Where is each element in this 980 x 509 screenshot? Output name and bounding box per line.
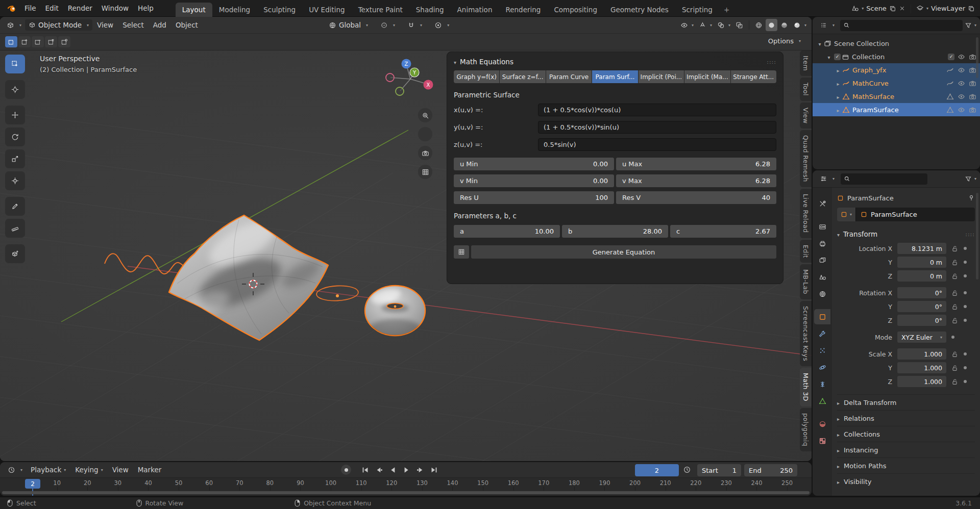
lock-icon[interactable] (951, 364, 959, 372)
use-preview-range-icon[interactable] (683, 466, 691, 474)
select-mode-set-button[interactable] (5, 36, 17, 47)
filter-icon[interactable] (965, 22, 976, 29)
start-frame-field[interactable]: Start1 (697, 464, 741, 476)
workspace-tab-animation[interactable]: Animation (451, 3, 499, 17)
animate-dot[interactable] (964, 291, 967, 294)
hide-eye-icon[interactable] (955, 93, 967, 100)
shading-solid-button[interactable] (766, 19, 777, 31)
sidebar-tab-mb-lab[interactable]: MB-Lab (800, 264, 812, 299)
section-relations[interactable]: Relations (837, 410, 975, 426)
object-visibility-dropdown[interactable] (678, 19, 696, 31)
play-reverse-button[interactable] (386, 464, 399, 475)
section-delta-transform[interactable]: Delta Transform (837, 394, 975, 410)
panel-header[interactable]: Math Equations :::: (454, 55, 776, 68)
section-visibility[interactable]: Visibility (837, 473, 975, 489)
topbar-menu-file[interactable]: File (20, 4, 41, 12)
topbar-menu-help[interactable]: Help (133, 4, 158, 12)
properties-editor-type-button[interactable] (816, 173, 838, 184)
section-motion-paths[interactable]: Motion Paths (837, 457, 975, 473)
topbar-menu-edit[interactable]: Edit (41, 4, 63, 12)
outliner-search[interactable] (840, 20, 963, 31)
viewport-menu-add[interactable]: Add (149, 21, 171, 29)
select-mode-extend-button[interactable] (18, 36, 31, 47)
disclosure-icon[interactable] (834, 106, 842, 114)
properties-tab-particles-icon[interactable] (814, 343, 830, 358)
outliner-search-input[interactable] (852, 21, 960, 29)
select-mode-invert-button[interactable] (45, 36, 57, 47)
annotate-tool[interactable] (5, 197, 25, 216)
torus-object[interactable] (365, 286, 425, 341)
number-field-param-a[interactable]: a10.00 (454, 225, 560, 238)
workspace-tab-shading[interactable]: Shading (409, 3, 451, 17)
browse-scene-icon[interactable] (851, 5, 864, 12)
outliner-row[interactable]: MathCurve (813, 77, 980, 90)
disclosure-icon[interactable] (816, 40, 824, 47)
number-field[interactable]: 0 m (897, 270, 946, 282)
prev-keyframe-button[interactable] (373, 464, 385, 475)
properties-tab-world-icon[interactable] (814, 286, 830, 301)
rotate-tool[interactable] (5, 128, 25, 146)
snap-dropdown[interactable] (404, 20, 426, 31)
number-field[interactable]: 1.000 (897, 348, 946, 360)
select-mode-intersect-button[interactable] (58, 36, 70, 47)
disclosure-icon[interactable] (834, 80, 842, 87)
new-scene-icon[interactable] (889, 5, 896, 12)
properties-scrollbar[interactable] (976, 193, 978, 279)
math-tab-3[interactable]: Param Surf... (592, 70, 638, 83)
number-field[interactable]: 1.000 (897, 362, 946, 373)
show-gizmo-toggle[interactable] (697, 19, 714, 31)
add-workspace-button[interactable]: + (719, 3, 734, 17)
animate-dot[interactable] (964, 261, 967, 264)
hide-eye-icon[interactable] (955, 80, 967, 87)
pin-icon[interactable] (968, 194, 975, 201)
viewport-menu-view[interactable]: View (92, 21, 118, 29)
section-collections[interactable]: Collections (837, 426, 975, 442)
play-button[interactable] (400, 464, 412, 475)
outliner-item-name[interactable]: MathSurface (852, 93, 894, 100)
sidebar-tab-polygoniq[interactable]: polygoniq (800, 408, 812, 451)
navigation-gizmo[interactable]: Z Y X (386, 59, 433, 96)
animate-dot[interactable] (951, 336, 954, 339)
lock-icon[interactable] (951, 378, 959, 386)
sidebar-tab-view[interactable]: View (800, 103, 812, 129)
number-field[interactable]: 0° (897, 287, 946, 298)
transform-tool[interactable] (5, 171, 25, 190)
outliner-row[interactable]: Scene Collection (813, 37, 980, 50)
show-overlays-toggle[interactable] (715, 19, 732, 31)
number-field[interactable]: 0 m (897, 257, 946, 268)
disclosure-icon[interactable] (834, 93, 842, 100)
properties-tab-physics-icon[interactable] (814, 360, 830, 375)
scale-tool[interactable] (5, 149, 25, 168)
cursor-tool[interactable] (5, 80, 25, 99)
math-tab-1[interactable]: Surface z=f... (500, 70, 545, 83)
measure-tool[interactable] (5, 219, 25, 238)
number-field-res-u[interactable]: Res U100 (454, 191, 614, 204)
animate-dot[interactable] (964, 319, 967, 322)
shading-material-button[interactable] (778, 19, 790, 31)
number-field[interactable]: 1.000 (897, 376, 946, 387)
blender-logo-icon[interactable] (7, 4, 17, 13)
timeline-ruler[interactable]: 1020304050607080901001101201301401501601… (0, 478, 812, 496)
editor-type-button[interactable] (3, 20, 25, 31)
properties-tab-constraints-icon[interactable] (814, 376, 830, 392)
collection-checkbox[interactable] (834, 54, 841, 60)
equation-input[interactable]: (1 + 0.5*cos(v))*sin(u) (538, 121, 776, 134)
viewport-menu-object[interactable]: Object (171, 21, 203, 29)
sidebar-tab-live-reload[interactable]: Live Reload (800, 189, 812, 238)
properties-tab-texture-icon[interactable] (814, 433, 830, 448)
outliner-item-name[interactable]: MathCurve (852, 80, 889, 87)
hide-eye-icon[interactable] (955, 106, 967, 114)
equation-input[interactable]: 0.5*sin(v) (538, 138, 776, 151)
properties-tab-render-icon[interactable] (814, 219, 830, 234)
equation-input[interactable]: (1 + 0.5*cos(v))*cos(u) (538, 104, 776, 116)
zoom-viewport-button[interactable] (418, 108, 432, 122)
disable-render-camera-icon[interactable] (967, 93, 978, 100)
outliner-row[interactable]: MathSurface (813, 90, 980, 103)
workspace-tab-layout[interactable]: Layout (176, 3, 212, 17)
new-viewlayer-icon[interactable] (968, 5, 975, 12)
properties-tab-material-icon[interactable] (814, 416, 830, 431)
section-instancing[interactable]: Instancing (837, 442, 975, 457)
timeline-scrollbar[interactable] (2, 491, 810, 494)
playhead[interactable]: 2 (25, 479, 40, 489)
number-field-v-min[interactable]: v Min0.00 (454, 174, 614, 187)
